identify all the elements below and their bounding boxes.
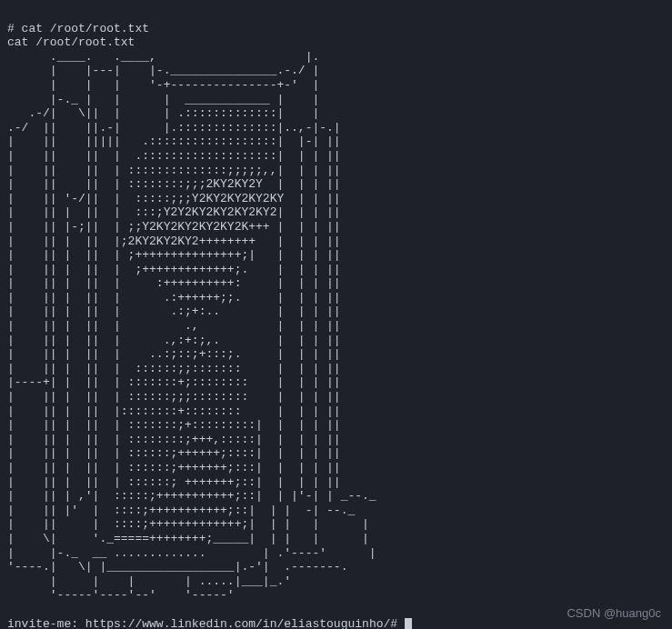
cursor-block [405, 618, 412, 629]
invite-prefix: invite-me: [7, 617, 85, 629]
invite-url: https://www.linkedin.com/in/eliastouguin… [85, 617, 397, 629]
command-echo-line: cat /root/root.txt [7, 35, 135, 49]
command-prompt-line: # cat /root/root.txt [7, 22, 149, 35]
watermark: CSDN @huang0c [567, 606, 661, 620]
invite-line: invite-me: https://www.linkedin.com/in/e… [7, 617, 412, 629]
ascii-art-block: .____. .____, |. | |---| |-.____________… [7, 50, 376, 603]
terminal-output: # cat /root/root.txt cat /root/root.txt … [0, 0, 672, 629]
